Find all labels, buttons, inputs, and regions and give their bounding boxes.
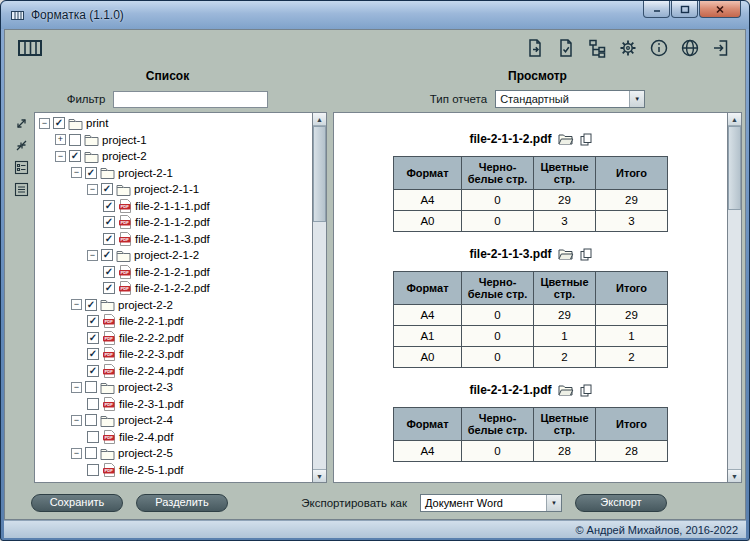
minimize-button[interactable] bbox=[643, 1, 670, 18]
tree-row[interactable]: −✓project-2-1 bbox=[37, 165, 312, 182]
tree-row[interactable]: −project-2-5 bbox=[37, 445, 312, 462]
copy-icon[interactable] bbox=[580, 133, 592, 146]
filter-input[interactable] bbox=[113, 91, 268, 108]
tree-label: file-2-5-1.pdf bbox=[119, 464, 184, 476]
document-export-icon[interactable] bbox=[525, 38, 545, 58]
tree-row[interactable]: −✓project-2 bbox=[37, 148, 312, 165]
tree-row[interactable]: ✓PDFfile-2-1-1-3.pdf bbox=[37, 231, 312, 248]
tree-row[interactable]: ✓PDFfile-2-2-4.pdf bbox=[37, 363, 312, 380]
split-button[interactable]: Разделить bbox=[136, 494, 228, 512]
checkbox[interactable] bbox=[69, 134, 81, 146]
svg-text:PDF: PDF bbox=[120, 204, 129, 209]
scroll-up-icon[interactable]: ▲ bbox=[728, 113, 741, 126]
report-column-header: Черно-белые стр. bbox=[462, 408, 534, 441]
report-type-select[interactable]: Стандартный ▼ bbox=[495, 90, 645, 108]
tree-row[interactable]: PDFfile-2-5-1.pdf bbox=[37, 462, 312, 479]
filter-label: Фильтр bbox=[67, 93, 106, 105]
checkbox[interactable]: ✓ bbox=[103, 200, 115, 212]
report-scroll-thumb[interactable] bbox=[728, 126, 741, 210]
document-check-icon[interactable] bbox=[556, 38, 576, 58]
info-icon[interactable] bbox=[649, 38, 669, 58]
open-folder-icon[interactable] bbox=[558, 248, 574, 260]
checkbox[interactable]: ✓ bbox=[87, 332, 99, 344]
copy-icon[interactable] bbox=[580, 384, 592, 397]
check-all-icon[interactable] bbox=[13, 159, 30, 175]
checkbox[interactable]: ✓ bbox=[103, 216, 115, 228]
checkbox[interactable]: ✓ bbox=[53, 117, 65, 129]
checkbox[interactable]: ✓ bbox=[85, 299, 97, 311]
collapse-icon[interactable]: − bbox=[71, 382, 82, 393]
collapse-all-icon[interactable] bbox=[13, 137, 30, 153]
scroll-down-icon[interactable]: ▼ bbox=[313, 469, 326, 482]
scroll-down-icon[interactable]: ▼ bbox=[728, 469, 741, 482]
report-list: file-2-1-1-2.pdfФорматЧерно-белые стр.Цв… bbox=[333, 112, 728, 483]
collapse-icon[interactable]: − bbox=[71, 448, 82, 459]
save-button[interactable]: Сохранить bbox=[31, 494, 123, 512]
checkbox[interactable]: ✓ bbox=[87, 348, 99, 360]
checkbox[interactable]: ✓ bbox=[103, 233, 115, 245]
bottom-bar: Сохранить Разделить Экспортировать как Д… bbox=[5, 486, 745, 519]
checkbox[interactable] bbox=[85, 381, 97, 393]
checkbox[interactable] bbox=[87, 398, 99, 410]
collapse-icon[interactable]: − bbox=[87, 184, 98, 195]
expand-icon[interactable]: + bbox=[55, 134, 66, 145]
tree-row[interactable]: ✓PDFfile-2-2-3.pdf bbox=[37, 346, 312, 363]
tree-row[interactable]: ✓PDFfile-2-1-2-2.pdf bbox=[37, 280, 312, 297]
pdf-icon: PDF bbox=[102, 364, 116, 378]
close-button[interactable] bbox=[699, 1, 741, 18]
checkbox[interactable] bbox=[87, 464, 99, 476]
tree-scroll-track[interactable] bbox=[313, 126, 326, 469]
checkbox[interactable]: ✓ bbox=[103, 282, 115, 294]
copy-icon[interactable] bbox=[580, 248, 592, 261]
tree-row[interactable]: −✓print bbox=[37, 115, 312, 132]
export-button[interactable]: Экспорт bbox=[575, 494, 667, 512]
expand-all-icon[interactable] bbox=[13, 115, 30, 131]
report-header-row: ФорматЧерно-белые стр.Цветные стр.Итого bbox=[394, 272, 668, 305]
uncheck-all-icon[interactable] bbox=[13, 181, 30, 197]
tree-row[interactable]: +project-1 bbox=[37, 132, 312, 149]
checkbox[interactable] bbox=[87, 431, 99, 443]
tree-row[interactable]: −✓project-2-2 bbox=[37, 297, 312, 314]
collapse-icon[interactable]: − bbox=[55, 151, 66, 162]
report-scroll-track[interactable] bbox=[728, 126, 741, 469]
tree-row[interactable]: −✓project-2-1-1 bbox=[37, 181, 312, 198]
tree-row[interactable]: −project-2-3 bbox=[37, 379, 312, 396]
globe-icon[interactable] bbox=[680, 38, 700, 58]
tree-row[interactable]: ✓PDFfile-2-2-2.pdf bbox=[37, 330, 312, 347]
checkbox[interactable] bbox=[85, 414, 97, 426]
collapse-icon[interactable]: − bbox=[71, 167, 82, 178]
tree-row[interactable]: ✓PDFfile-2-2-1.pdf bbox=[37, 313, 312, 330]
checkbox[interactable]: ✓ bbox=[101, 183, 113, 195]
report-scrollbar[interactable]: ▲ ▼ bbox=[728, 112, 742, 483]
tree-row[interactable]: −project-2-4 bbox=[37, 412, 312, 429]
checkbox[interactable] bbox=[85, 447, 97, 459]
scroll-up-icon[interactable]: ▲ bbox=[313, 113, 326, 126]
tree-scroll-thumb[interactable] bbox=[313, 126, 326, 222]
collapse-icon[interactable]: − bbox=[71, 299, 82, 310]
checkbox[interactable]: ✓ bbox=[87, 315, 99, 327]
collapse-icon[interactable]: − bbox=[39, 118, 50, 129]
checkbox[interactable]: ✓ bbox=[101, 249, 113, 261]
settings-gear-icon[interactable] bbox=[618, 38, 638, 58]
folder-icon bbox=[100, 381, 115, 394]
tree-row[interactable]: ✓PDFfile-2-1-1-2.pdf bbox=[37, 214, 312, 231]
checkbox[interactable]: ✓ bbox=[69, 150, 81, 162]
collapse-icon[interactable]: − bbox=[71, 415, 82, 426]
checkbox[interactable]: ✓ bbox=[103, 266, 115, 278]
exit-icon[interactable] bbox=[711, 38, 731, 58]
tree-row[interactable]: −✓project-2-1-2 bbox=[37, 247, 312, 264]
open-folder-icon[interactable] bbox=[558, 133, 574, 145]
report-header-row: ФорматЧерно-белые стр.Цветные стр.Итого bbox=[394, 408, 668, 441]
tree-row[interactable]: PDFfile-2-4.pdf bbox=[37, 429, 312, 446]
tree-scrollbar[interactable]: ▲ ▼ bbox=[313, 112, 327, 483]
open-folder-icon[interactable] bbox=[558, 384, 574, 396]
maximize-button[interactable] bbox=[671, 1, 698, 18]
tree-row[interactable]: PDFfile-2-3-1.pdf bbox=[37, 396, 312, 413]
checkbox[interactable]: ✓ bbox=[87, 365, 99, 377]
tree-structure-icon[interactable] bbox=[587, 38, 607, 58]
checkbox[interactable]: ✓ bbox=[85, 167, 97, 179]
collapse-icon[interactable]: − bbox=[87, 250, 98, 261]
tree-row[interactable]: ✓PDFfile-2-1-2-1.pdf bbox=[37, 264, 312, 281]
export-format-select[interactable]: Документ Word ▼ bbox=[420, 494, 562, 512]
tree-row[interactable]: ✓PDFfile-2-1-1-1.pdf bbox=[37, 198, 312, 215]
